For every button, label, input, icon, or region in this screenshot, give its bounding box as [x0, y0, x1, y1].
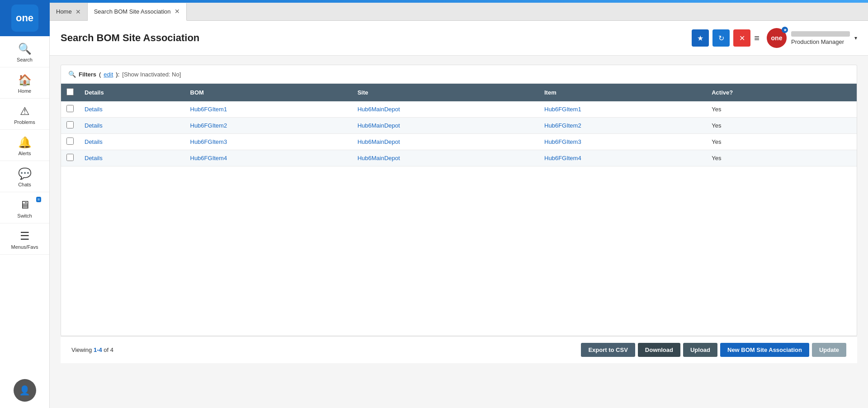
col-header-active: Active?	[706, 84, 819, 101]
item-link[interactable]: Hub6FGItem4	[544, 155, 581, 161]
sidebar-item-search[interactable]: 🔍 Search	[0, 36, 49, 67]
viewing-range: 1-4	[94, 346, 102, 353]
row-site: Hub6MainDepot	[352, 150, 539, 166]
switch-icon: 🖥	[19, 199, 30, 211]
row-actions	[819, 118, 857, 134]
row-item: Hub6FGItem1	[539, 101, 706, 118]
site-link[interactable]: Hub6MainDepot	[358, 106, 400, 113]
col-header-details: Details	[79, 84, 185, 101]
details-link[interactable]: Details	[85, 138, 103, 145]
item-link[interactable]: Hub6FGItem2	[544, 122, 581, 129]
details-link[interactable]: Details	[85, 122, 103, 129]
sidebar-item-alerts[interactable]: 🔔 Alerts	[0, 130, 49, 161]
tab-home[interactable]: Home ✕	[50, 3, 88, 20]
table-row: Details Hub6FGItem3 Hub6MainDepot Hub6FG…	[61, 134, 857, 150]
viewing-count: 4	[110, 346, 113, 353]
header-actions: ★ ↻ ✕ ≡	[692, 29, 760, 47]
bom-link[interactable]: Hub6FGItem2	[190, 122, 227, 129]
tab-search-bom[interactable]: Search BOM Site Association ✕	[88, 3, 187, 21]
page-title: Search BOM Site Association	[61, 32, 199, 44]
sidebar-item-switch[interactable]: 🖥 ≡ Switch	[0, 192, 49, 223]
search-icon: 🔍	[18, 43, 32, 55]
bom-link[interactable]: Hub6FGItem1	[190, 106, 227, 113]
upload-button[interactable]: Upload	[683, 343, 717, 357]
user-name-section: Production Manager	[791, 31, 850, 45]
table-row: Details Hub6FGItem2 Hub6MainDepot Hub6FG…	[61, 118, 857, 134]
sidebar-item-chats[interactable]: 💬 Chats	[0, 161, 49, 192]
menu-button[interactable]: ≡	[754, 33, 760, 43]
item-link[interactable]: Hub6FGItem1	[544, 106, 581, 113]
logo-text: one	[11, 5, 38, 32]
col-header-site: Site	[352, 84, 539, 101]
close-button[interactable]: ✕	[733, 29, 750, 47]
avatar[interactable]: 👤	[14, 379, 36, 402]
item-link[interactable]: Hub6FGItem3	[544, 138, 581, 145]
site-link[interactable]: Hub6MainDepot	[358, 138, 400, 145]
row-checkbox-cell	[61, 101, 79, 118]
row-active: Yes	[706, 134, 819, 150]
menus-icon: ☰	[20, 230, 30, 242]
row-site: Hub6MainDepot	[352, 101, 539, 118]
table-row: Details Hub6FGItem4 Hub6MainDepot Hub6FG…	[61, 150, 857, 166]
footer: Viewing 1-4 of 4 Export to CSV Download …	[61, 336, 857, 363]
tab-home-close[interactable]: ✕	[75, 9, 81, 15]
row-active: Yes	[706, 150, 819, 166]
export-csv-button[interactable]: Export to CSV	[581, 343, 635, 357]
row-details: Details	[79, 150, 185, 166]
row-item: Hub6FGItem3	[539, 134, 706, 150]
sidebar-item-label: Problems	[14, 119, 35, 125]
user-name-blur	[791, 31, 850, 37]
row-site: Hub6MainDepot	[352, 118, 539, 134]
sidebar-item-label: Switch	[17, 213, 32, 218]
sidebar-item-label: Menus/Favs	[11, 244, 38, 250]
row-checkbox[interactable]	[66, 154, 74, 161]
filters-label: Filters	[79, 71, 96, 78]
sidebar-item-label: Alerts	[18, 151, 31, 156]
refresh-button[interactable]: ↻	[712, 29, 730, 47]
content-panel: 🔍 Filters ( edit ): [Show Inactivated: N…	[61, 65, 857, 336]
sidebar-item-problems[interactable]: ⚠ Problems	[0, 99, 49, 130]
filters-paren-open: (	[99, 71, 101, 78]
update-button[interactable]: Update	[812, 343, 846, 357]
user-role: Production Manager	[791, 38, 850, 45]
table-wrapper: Details BOM Site Item Active? Details Hu…	[61, 84, 857, 251]
row-checkbox[interactable]	[66, 121, 74, 128]
row-active: Yes	[706, 101, 819, 118]
sidebar-item-label: Chats	[18, 182, 31, 187]
row-actions	[819, 134, 857, 150]
filters-bar: 🔍 Filters ( edit ): [Show Inactivated: N…	[61, 65, 857, 84]
row-bom: Hub6FGItem1	[185, 101, 352, 118]
site-link[interactable]: Hub6MainDepot	[358, 155, 400, 161]
header-checkbox[interactable]	[66, 88, 74, 95]
details-link[interactable]: Details	[85, 155, 103, 161]
user-logo-text: one	[771, 34, 783, 42]
download-button[interactable]: Download	[638, 343, 680, 357]
row-checkbox-cell	[61, 134, 79, 150]
header-right-group: ★ ↻ ✕ ≡ one ★ Production Manager ▾	[692, 28, 857, 48]
row-item: Hub6FGItem2	[539, 118, 706, 134]
sidebar-item-menus[interactable]: ☰ Menus/Favs	[0, 223, 49, 255]
row-bom: Hub6FGItem2	[185, 118, 352, 134]
new-bom-button[interactable]: New BOM Site Association	[720, 343, 809, 357]
bom-link[interactable]: Hub6FGItem3	[190, 138, 227, 145]
viewing-info: Viewing 1-4 of 4	[71, 346, 113, 353]
site-link[interactable]: Hub6MainDepot	[358, 122, 400, 129]
table-header-row: Details BOM Site Item Active?	[61, 84, 857, 101]
row-site: Hub6MainDepot	[352, 134, 539, 150]
filters-edit-link[interactable]: edit	[104, 71, 113, 78]
problems-icon: ⚠	[20, 105, 30, 118]
sidebar-item-home[interactable]: 🏠 Home	[0, 67, 49, 99]
user-logo-badge: ★	[782, 27, 788, 33]
bom-link[interactable]: Hub6FGItem4	[190, 155, 227, 161]
details-link[interactable]: Details	[85, 106, 103, 113]
bom-table: Details BOM Site Item Active? Details Hu…	[61, 84, 857, 166]
chats-icon: 💬	[18, 167, 32, 180]
row-checkbox[interactable]	[66, 105, 74, 112]
star-button[interactable]: ★	[692, 29, 709, 47]
row-details: Details	[79, 118, 185, 134]
col-header-checkbox	[61, 84, 79, 101]
viewing-of: of	[102, 346, 110, 353]
user-dropdown-arrow[interactable]: ▾	[854, 35, 857, 41]
tab-search-bom-close[interactable]: ✕	[175, 8, 180, 14]
row-checkbox[interactable]	[66, 138, 74, 145]
